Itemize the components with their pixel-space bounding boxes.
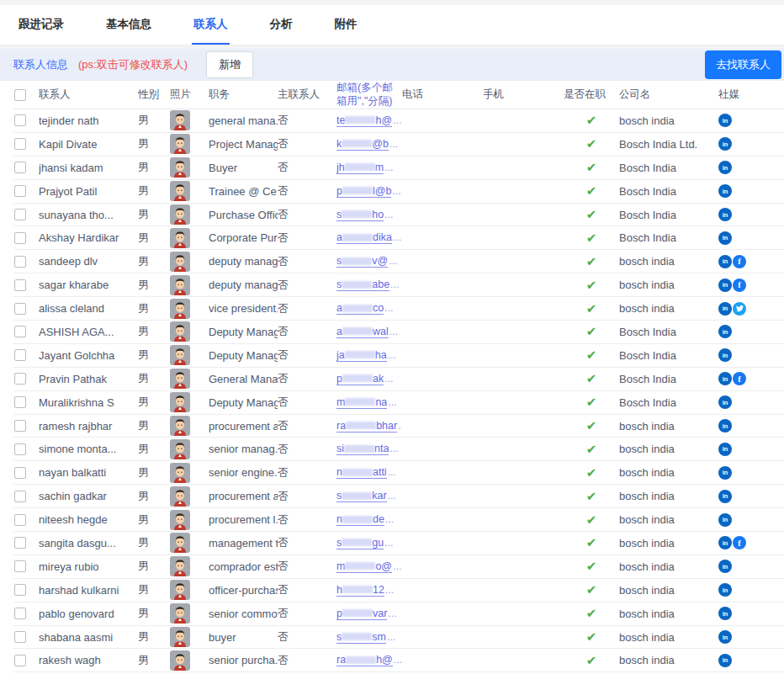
row-checkbox[interactable] [14, 396, 26, 408]
linkedin-icon[interactable]: in [718, 560, 732, 573]
row-checkbox[interactable] [14, 373, 26, 385]
linkedin-icon[interactable]: in [718, 490, 732, 503]
email-link[interactable]: sgu... [336, 537, 402, 549]
email-link[interactable]: teh@... [336, 114, 402, 127]
facebook-icon[interactable]: f [733, 279, 746, 292]
email-link[interactable]: h12... [336, 584, 402, 597]
linkedin-icon[interactable]: in [718, 137, 732, 151]
tab-basic-info[interactable]: 基本信息 [104, 5, 153, 45]
row-checkbox[interactable] [14, 349, 26, 361]
table-row[interactable]: jhansi kadam 男 Buyer 否 jhm... ✔ Bos [13, 157, 784, 180]
table-row[interactable]: Kapil Divate 男 Project Manag... 否 k@b... [13, 133, 784, 157]
email-link[interactable]: rabhar... [336, 420, 402, 433]
facebook-icon[interactable]: f [733, 536, 746, 549]
table-row[interactable]: Muralikrishna S 男 Deputy Manager 否 mna..… [13, 391, 784, 415]
row-checkbox[interactable] [14, 326, 26, 337]
tab-follow-records[interactable]: 跟进记录 [17, 5, 66, 45]
table-row[interactable]: sachin gadkar 男 procurement a... 否 skar.… [13, 485, 784, 508]
email-link[interactable]: sho... [336, 209, 402, 221]
row-checkbox[interactable] [14, 256, 26, 268]
table-row[interactable]: niteesh hegde 男 procurement l... 否 nde..… [13, 508, 784, 532]
table-row[interactable]: mireya rubio 男 comprador est... 否 mo@... [13, 555, 784, 579]
email-link[interactable]: skar... [336, 490, 402, 502]
row-checkbox[interactable] [14, 279, 26, 291]
email-link[interactable]: mo@... [336, 560, 402, 573]
linkedin-icon[interactable]: in [718, 513, 732, 527]
facebook-icon[interactable]: f [733, 255, 746, 268]
email-link[interactable]: sabe... [336, 279, 402, 291]
row-checkbox[interactable] [14, 209, 26, 220]
row-checkbox[interactable] [14, 420, 26, 432]
table-row[interactable]: pablo genovard 男 senior commo... 否 pvar.… [13, 602, 784, 626]
linkedin-icon[interactable]: in [718, 255, 732, 268]
email-link[interactable]: aco... [336, 302, 402, 315]
email-link[interactable]: nde... [336, 513, 402, 526]
email-link[interactable]: sinta... [336, 443, 402, 455]
table-row[interactable]: sandeep dlv 男 deputy manager 否 sv@... ✔ [13, 250, 784, 273]
email-link[interactable]: pak... [336, 373, 402, 385]
linkedin-icon[interactable]: in [718, 630, 732, 644]
email-link[interactable]: awal... [336, 326, 402, 338]
table-row[interactable]: ASHISH AGA... 男 Deputy Manager 否 awal... [13, 321, 784, 344]
find-contacts-button[interactable]: 去找联系人 [705, 50, 781, 79]
row-checkbox[interactable] [14, 514, 26, 526]
email-link[interactable]: mna... [336, 396, 402, 409]
email-link[interactable]: natti... [336, 466, 402, 479]
select-all-checkbox[interactable] [14, 89, 26, 101]
email-link[interactable]: jaha... [336, 349, 402, 362]
row-checkbox[interactable] [14, 443, 26, 455]
row-checkbox[interactable] [14, 631, 26, 643]
table-row[interactable]: nayan balkatti 男 senior engine... 否 natt… [13, 461, 784, 485]
email-link[interactable]: k@b... [336, 138, 402, 151]
email-link[interactable]: adika... [336, 231, 402, 244]
linkedin-icon[interactable]: in [718, 302, 732, 316]
table-row[interactable]: sagar kharabe 男 deputy manager 否 sabe... [13, 273, 784, 297]
row-checkbox[interactable] [14, 467, 26, 479]
linkedin-icon[interactable]: in [718, 607, 732, 620]
email-link[interactable]: ssm... [336, 631, 402, 644]
table-row[interactable]: rakesh wagh 男 senior purcha... 否 rah@... [13, 649, 784, 672]
row-checkbox[interactable] [14, 162, 26, 173]
row-checkbox[interactable] [14, 185, 26, 197]
row-checkbox[interactable] [14, 491, 26, 502]
table-row[interactable]: shabana aasmi 男 buyer 否 ssm... ✔ bo [13, 626, 784, 650]
row-checkbox[interactable] [14, 114, 26, 126]
linkedin-icon[interactable]: in [718, 372, 732, 385]
linkedin-icon[interactable]: in [718, 231, 732, 245]
table-row[interactable]: Prajyot Patil 男 Trainee @ Ce... 否 pl@b..… [13, 180, 784, 204]
add-contact-button[interactable]: 新增 [206, 51, 253, 78]
linkedin-icon[interactable]: in [718, 395, 732, 409]
email-link[interactable]: pvar... [336, 608, 402, 620]
table-row[interactable]: sunayana tho... 男 Purchase Officer 否 sho… [13, 204, 784, 227]
tab-attachments[interactable]: 附件 [333, 5, 359, 45]
row-checkbox[interactable] [14, 655, 26, 666]
email-link[interactable]: pl@b... [336, 185, 402, 198]
table-row[interactable]: harshad kulkarni 男 officer-purchase 否 h1… [13, 579, 784, 602]
twitter-icon[interactable] [733, 302, 746, 316]
row-checkbox[interactable] [14, 560, 26, 572]
row-checkbox[interactable] [14, 537, 26, 549]
table-row[interactable]: alissa cleland 男 vice president,... 否 ac… [13, 297, 784, 321]
email-link[interactable]: sv@... [336, 255, 402, 268]
linkedin-icon[interactable]: in [718, 161, 732, 174]
tab-analysis[interactable]: 分析 [268, 5, 294, 45]
linkedin-icon[interactable]: in [718, 279, 732, 292]
linkedin-icon[interactable]: in [718, 348, 732, 362]
linkedin-icon[interactable]: in [718, 208, 732, 221]
linkedin-icon[interactable]: in [718, 419, 732, 433]
linkedin-icon[interactable]: in [718, 325, 732, 338]
linkedin-icon[interactable]: in [718, 184, 732, 198]
table-row[interactable]: Pravin Pathak 男 General Mana... 否 pak... [13, 368, 784, 391]
linkedin-icon[interactable]: in [718, 536, 732, 549]
table-row[interactable]: Akshay Hardikar 男 Corporate Pur... 否 adi… [13, 226, 784, 250]
linkedin-icon[interactable]: in [718, 583, 732, 597]
row-checkbox[interactable] [14, 303, 26, 315]
table-row[interactable]: simone monta... 男 senior manag... 否 sint… [13, 438, 784, 461]
row-checkbox[interactable] [14, 138, 26, 150]
row-checkbox[interactable] [14, 608, 26, 619]
email-link[interactable]: jhm... [336, 162, 402, 174]
table-row[interactable]: tejinder nath 男 general mana... 否 teh@..… [13, 109, 784, 133]
table-row[interactable]: Jayant Golchha 男 Deputy Manager 否 jaha..… [13, 344, 784, 368]
tab-contacts[interactable]: 联系人 [192, 5, 230, 45]
email-link[interactable]: rah@... [336, 654, 402, 666]
